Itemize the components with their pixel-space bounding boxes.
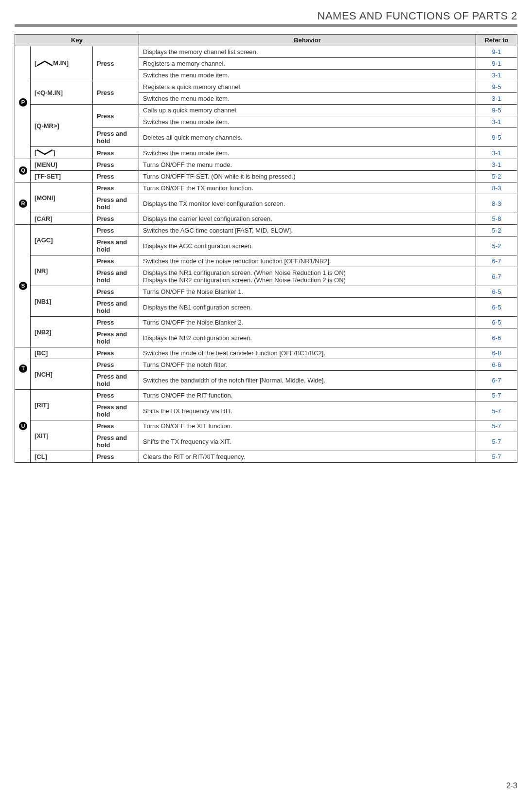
refer-link[interactable]: 3-1	[476, 70, 517, 81]
table-row: []PressSwitches the menu mode item.3-1	[15, 147, 517, 159]
action-cell: Press	[93, 317, 139, 328]
key-label-cell: [MONI]	[31, 182, 93, 213]
refer-link[interactable]: 3-1	[476, 116, 517, 128]
action-cell: Press	[93, 182, 139, 194]
group-badge-cell: P	[15, 46, 31, 159]
action-cell: Press	[93, 159, 139, 171]
page-title: NAMES AND FUNCTIONS OF PARTS 2	[15, 10, 517, 22]
action-cell: Press	[93, 213, 139, 225]
group-badge-icon: Q	[19, 166, 27, 175]
refer-link[interactable]: 9-5	[476, 128, 517, 147]
table-row: [NCH]PressTurns ON/OFF the notch filter.…	[15, 359, 517, 371]
refer-link[interactable]: 5-7	[476, 451, 517, 463]
refer-link[interactable]: 8-3	[476, 194, 517, 213]
table-row: [<Q-M.IN]PressRegisters a quick memory c…	[15, 81, 517, 93]
refer-link[interactable]: 5-7	[476, 432, 517, 451]
refer-link[interactable]: 9-1	[476, 46, 517, 58]
behavior-cell: Switches the mode of the beat canceler f…	[139, 347, 476, 359]
refer-link[interactable]: 6-5	[476, 298, 517, 317]
arrow-up-icon	[36, 60, 53, 68]
behavior-cell: Turns ON/OFF the Noise Blanker 2.	[139, 317, 476, 328]
refer-link[interactable]: 5-2	[476, 225, 517, 236]
action-cell: Press	[93, 225, 139, 236]
key-label-cell: [NB2]	[31, 317, 93, 347]
refer-link[interactable]: 3-1	[476, 93, 517, 105]
table-row: S[AGC]PressSwitches the AGC time constan…	[15, 225, 517, 236]
behavior-cell: Clears the RIT or RIT/XIT frequency.	[139, 451, 476, 463]
behavior-cell: Displays the memory channel list screen.	[139, 46, 476, 58]
table-row: [NR]PressSwitches the mode of the noise …	[15, 255, 517, 267]
behavior-cell: Shifts the RX frequency via RIT.	[139, 401, 476, 420]
action-cell: Press and hold	[93, 267, 139, 286]
group-badge-icon: R	[19, 200, 27, 208]
action-cell: Press	[93, 105, 139, 128]
group-badge-cell: U	[15, 390, 31, 463]
action-cell: Press	[93, 46, 139, 81]
refer-link[interactable]: 6-7	[476, 371, 517, 390]
behavior-cell: Turns ON/OFF the XIT function.	[139, 420, 476, 432]
behavior-cell: Switches the bandwidth of the notch filt…	[139, 371, 476, 390]
action-cell: Press	[93, 255, 139, 267]
refer-link[interactable]: 5-7	[476, 420, 517, 432]
action-cell: Press and hold	[93, 328, 139, 347]
group-badge-icon: U	[19, 422, 27, 430]
behavior-cell: Registers a quick memory channel.	[139, 81, 476, 93]
action-cell: Press	[93, 359, 139, 371]
action-cell: Press and hold	[93, 432, 139, 451]
refer-link[interactable]: 5-8	[476, 213, 517, 225]
key-label-suffix: ]	[53, 149, 55, 156]
table-header-row: Key Behavior Refer to	[15, 35, 517, 46]
refer-link[interactable]: 5-7	[476, 390, 517, 401]
behavior-cell: Switches the menu mode item.	[139, 147, 476, 159]
group-badge-cell: T	[15, 347, 31, 390]
behavior-cell: Displays the TX monitor level configurat…	[139, 194, 476, 213]
refer-link[interactable]: 6-6	[476, 359, 517, 371]
action-cell: Press and hold	[93, 401, 139, 420]
group-badge-icon: P	[19, 98, 27, 107]
refer-link[interactable]: 8-3	[476, 182, 517, 194]
refer-link[interactable]: 3-1	[476, 147, 517, 159]
refer-link[interactable]: 5-2	[476, 171, 517, 182]
refer-link[interactable]: 6-5	[476, 317, 517, 328]
behavior-cell: Displays the carrier level configuration…	[139, 213, 476, 225]
action-cell: Press	[93, 390, 139, 401]
refer-link[interactable]: 9-5	[476, 81, 517, 93]
col-refer-header: Refer to	[476, 35, 517, 46]
refer-link[interactable]: 3-1	[476, 159, 517, 171]
col-key-header: Key	[15, 35, 139, 46]
group-badge-icon: T	[19, 364, 27, 373]
behavior-cell: Displays the AGC configuration screen.	[139, 236, 476, 255]
page-number: 2-3	[506, 782, 517, 790]
action-cell: Press	[93, 171, 139, 182]
refer-link[interactable]: 6-7	[476, 267, 517, 286]
key-label-cell: [NB1]	[31, 286, 93, 317]
table-row: [CAR]PressDisplays the carrier level con…	[15, 213, 517, 225]
behavior-cell: Deletes all quick memory channels.	[139, 128, 476, 147]
behavior-cell: Registers a memory channel.	[139, 58, 476, 70]
refer-link[interactable]: 6-7	[476, 255, 517, 267]
refer-link[interactable]: 5-7	[476, 401, 517, 420]
action-cell: Press and hold	[93, 298, 139, 317]
action-cell: Press	[93, 347, 139, 359]
refer-link[interactable]: 6-5	[476, 286, 517, 298]
key-label-cell: [MENU]	[31, 159, 93, 171]
action-cell: Press and hold	[93, 236, 139, 255]
table-row: R[MONI]PressTurns ON/OFF the TX monitor …	[15, 182, 517, 194]
behavior-cell: Switches the AGC time constant [FAST, MI…	[139, 225, 476, 236]
refer-link[interactable]: 5-2	[476, 236, 517, 255]
key-label-suffix: M.IN]	[53, 59, 69, 67]
action-cell: Press and hold	[93, 194, 139, 213]
key-label-cell: [NR]	[31, 255, 93, 286]
behavior-cell: Displays the NR1 configuration screen. (…	[139, 267, 476, 286]
col-behavior-header: Behavior	[139, 35, 476, 46]
refer-link[interactable]: 9-5	[476, 105, 517, 116]
refer-link[interactable]: 6-8	[476, 347, 517, 359]
group-badge-cell: S	[15, 225, 31, 347]
refer-link[interactable]: 9-1	[476, 58, 517, 70]
refer-link[interactable]: 6-6	[476, 328, 517, 347]
behavior-cell: Switches the menu mode item.	[139, 70, 476, 81]
behavior-cell: Switches the menu mode item.	[139, 93, 476, 105]
behavior-cell: Turns ON/OFF the RIT function.	[139, 390, 476, 401]
table-row: [TF-SET]PressTurns ON/OFF TF-SET. (ON wh…	[15, 171, 517, 182]
action-cell: Press	[93, 451, 139, 463]
